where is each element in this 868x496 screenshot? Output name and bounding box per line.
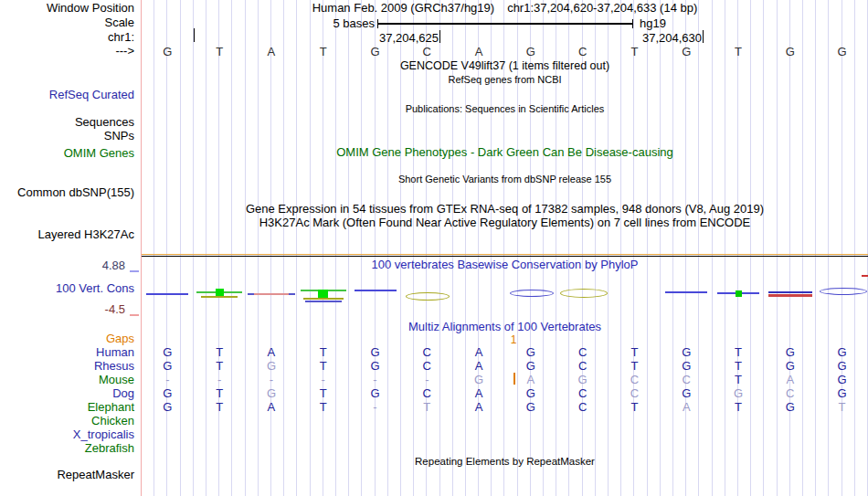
track-label-common-dbsnp[interactable]: Common dbSNP(155) (0, 186, 138, 198)
alignment-base-letter: T (735, 360, 742, 372)
track-label-sequences[interactable]: Sequences (0, 116, 138, 128)
base-letter: A (268, 46, 276, 58)
phylop-glyph (305, 301, 342, 302)
phylop-glyph (862, 275, 868, 277)
alignment-base-letter: T (735, 346, 742, 358)
alignment-base-letter: G (163, 360, 172, 372)
species-label-human[interactable]: Human (0, 346, 138, 358)
alignment-base-letter: G (682, 360, 691, 372)
alignment-base-letter: C (578, 401, 587, 413)
alignment-base-letter: C (423, 387, 431, 399)
base-letter: C (578, 46, 587, 58)
gencode-track-title: GENCODE V49lift37 (1 items filtered out) (142, 60, 868, 71)
alignment-base-letter: G (838, 387, 847, 399)
track-label-repeatmasker[interactable]: RepeatMasker (0, 469, 138, 480)
repeatmasker-track-title: Repeating Elements by RepeatMasker (142, 457, 868, 468)
base-letter: T (630, 46, 638, 58)
scale-text: 5 bases (283, 17, 375, 29)
scale-bar-right-tick (632, 19, 633, 28)
alignment-base-letter: - (217, 374, 221, 385)
alignment-base-letter: C (630, 374, 639, 385)
species-label-mouse[interactable]: Mouse (0, 374, 138, 385)
alignment-base-letter: G (370, 387, 379, 399)
alignment-base-letter: G (474, 374, 483, 385)
track-label-100-vert-cons[interactable]: 100 Vert. Cons (0, 282, 138, 294)
track-label-layered-h3k27ac[interactable]: Layered H3K27Ac (0, 228, 138, 240)
phylop-min-tick (130, 314, 139, 316)
alignment-base-letter: G (370, 360, 379, 372)
alignment-base-letter: G (526, 387, 535, 399)
base-letter: T (320, 46, 327, 58)
alignment-base-letter: T (423, 401, 430, 413)
species-label-elephant[interactable]: Elephant (0, 401, 138, 413)
phylop-glyph (510, 290, 554, 297)
ruler-tick (194, 28, 195, 42)
alignment-base-letter: - (373, 401, 376, 413)
alignment-base-letter: T (630, 401, 638, 413)
phylop-glyph (254, 293, 289, 295)
track-label-gaps[interactable]: Gaps (0, 332, 138, 344)
species-label-dog[interactable]: Dog (0, 387, 138, 399)
alignment-base-letter: C (578, 360, 587, 372)
alignment-base-letter: G (682, 387, 691, 399)
alignment-base-letter: T (216, 360, 223, 372)
alignment-base-letter: A (786, 374, 794, 385)
track-label-snps[interactable]: SNPs (0, 130, 138, 142)
alignment-base-letter: G (526, 346, 535, 358)
phylop-glyph (820, 288, 867, 295)
alignment-base-letter: G (370, 346, 379, 358)
alignment-base-letter: G (163, 346, 172, 358)
alignment-base-letter: - (165, 374, 169, 385)
alignment-base-letter: G (163, 387, 172, 399)
species-label-rhesus[interactable]: Rhesus (0, 360, 138, 372)
species-label-chicken[interactable]: Chicken (0, 415, 138, 427)
alignment-base-letter: T (320, 346, 327, 358)
omim-track-title: OMIM Gene Phenotypes - Dark Green Can Be… (142, 146, 868, 158)
alignment-base-letter: T (630, 360, 638, 372)
phylop-glyph (406, 292, 450, 301)
alignment-base-letter: G (786, 346, 795, 358)
alignment-base-letter: T (735, 374, 742, 385)
base-letter: G (786, 46, 795, 58)
alignment-base-letter: G (526, 360, 535, 372)
phylop-glyph (560, 289, 608, 298)
base-letter: T (735, 46, 742, 58)
alignment-base-letter: G (163, 401, 172, 413)
track-label-omim-genes[interactable]: OMIM Genes (0, 147, 138, 159)
alignment-base-letter: C (786, 387, 794, 399)
alignment-base-letter: T (216, 387, 223, 399)
track-label-refseq-curated[interactable]: RefSeq Curated (0, 89, 138, 100)
alignment-base-letter: G (786, 401, 795, 413)
gtex-track-title: Gene Expression in 54 tissues from GTEx … (142, 203, 868, 215)
alignment-base-letter: T (216, 346, 223, 358)
alignment-base-letter: T (320, 401, 327, 413)
species-label-zebrafish[interactable]: Zebrafish (0, 442, 138, 454)
alignment-base-letter: A (268, 401, 276, 413)
alignment-base-letter: T (630, 346, 638, 358)
phylop-glyph (665, 291, 707, 293)
alignment-base-letter: A (683, 401, 691, 413)
alignment-base-letter: G (786, 360, 795, 372)
alignment-base-letter: A (475, 401, 483, 413)
ruler-position-right: 37,204,630 (610, 32, 702, 44)
alignment-base-letter: - (425, 374, 429, 385)
phylop-glyph (303, 298, 344, 300)
dbsnp-track-title: Short Genetic Variants from dbSNP releas… (142, 174, 868, 185)
alignment-base-letter: G (734, 387, 743, 399)
base-letter: G (682, 46, 691, 58)
phylop-glyph (355, 290, 397, 291)
species-label-x_tropicalis[interactable]: X_tropicalis (0, 428, 138, 440)
alignment-base-letter: C (683, 374, 691, 385)
phylop-min-value: -4.5 (0, 303, 138, 315)
alignment-base-letter: T (216, 401, 223, 413)
multiz-track-title: Multiz Alignments of 100 Vertebrates (142, 321, 868, 332)
base-letter: C (423, 46, 431, 58)
alignment-base-letter: A (475, 360, 483, 372)
assembly-label: hg19 (640, 17, 666, 29)
alignment-base-letter: T (839, 401, 846, 413)
alignment-base-letter: C (578, 346, 587, 358)
base-letter: G (526, 46, 535, 58)
base-letter: T (216, 46, 223, 58)
alignment-base-letter: G (526, 401, 535, 413)
alignment-base-letter: - (373, 374, 376, 385)
